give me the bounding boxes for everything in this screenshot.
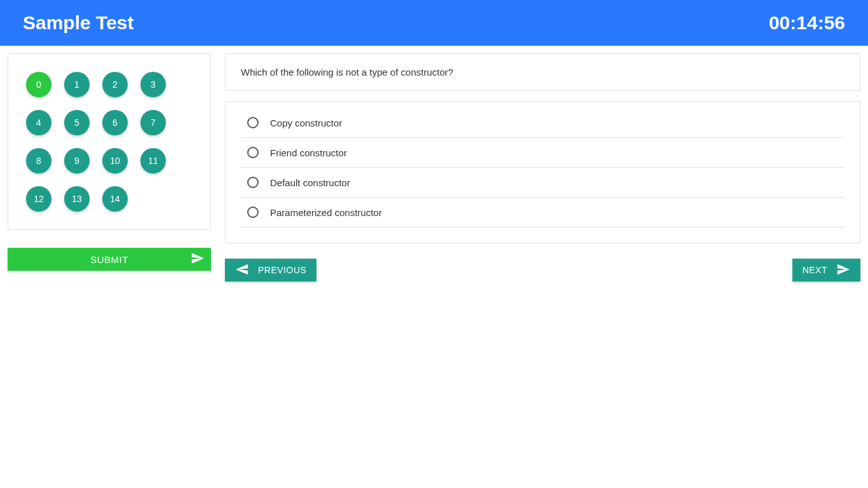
send-left-icon	[235, 262, 249, 278]
send-icon	[191, 252, 205, 268]
previous-button-label: PREVIOUS	[258, 265, 306, 275]
sidebar: 01234567891011121314 SUBMIT	[8, 53, 211, 281]
previous-button[interactable]: PREVIOUS	[225, 259, 316, 281]
question-card: Which of the following is not a type of …	[225, 53, 860, 91]
question-nav-9[interactable]: 9	[64, 148, 90, 173]
radio-unchecked-icon	[247, 207, 259, 218]
question-nav-6[interactable]: 6	[102, 110, 128, 135]
option-row[interactable]: Parameterized constructor	[241, 198, 844, 227]
main-panel: Which of the following is not a type of …	[225, 53, 860, 281]
radio-unchecked-icon	[247, 177, 259, 188]
question-text: Which of the following is not a type of …	[241, 67, 844, 78]
page-title: Sample Test	[23, 12, 134, 34]
question-nav-2[interactable]: 2	[102, 72, 128, 97]
question-nav-card: 01234567891011121314	[8, 53, 211, 230]
question-nav-13[interactable]: 13	[64, 186, 90, 212]
option-label: Parameterized constructor	[270, 207, 382, 218]
question-nav-12[interactable]: 12	[26, 186, 51, 212]
question-nav-0[interactable]: 0	[26, 72, 51, 97]
next-button-label: NEXT	[803, 265, 827, 275]
nav-buttons: PREVIOUS NEXT	[225, 259, 860, 281]
countdown-timer: 00:14:56	[769, 12, 845, 34]
question-nav-1[interactable]: 1	[64, 72, 90, 97]
next-button[interactable]: NEXT	[792, 259, 860, 281]
question-nav-10[interactable]: 10	[102, 148, 128, 173]
app-header: Sample Test 00:14:56	[0, 0, 868, 46]
option-row[interactable]: Friend constructor	[241, 138, 844, 168]
question-nav-5[interactable]: 5	[64, 110, 90, 135]
option-label: Default constructor	[270, 177, 350, 188]
question-nav-4[interactable]: 4	[26, 110, 51, 135]
radio-unchecked-icon	[247, 147, 259, 158]
send-icon	[836, 262, 850, 278]
question-nav-grid: 01234567891011121314	[26, 72, 203, 212]
submit-button-label: SUBMIT	[90, 254, 128, 265]
option-label: Friend constructor	[270, 147, 347, 158]
option-label: Copy constructor	[270, 118, 342, 128]
option-row[interactable]: Default constructor	[241, 168, 844, 198]
options-card: Copy constructorFriend constructorDefaul…	[225, 101, 860, 243]
option-row[interactable]: Copy constructor	[241, 108, 844, 138]
radio-unchecked-icon	[247, 117, 259, 128]
question-nav-8[interactable]: 8	[26, 148, 51, 173]
question-nav-7[interactable]: 7	[140, 110, 166, 135]
question-nav-14[interactable]: 14	[102, 186, 128, 212]
question-nav-3[interactable]: 3	[140, 72, 166, 97]
content-area: 01234567891011121314 SUBMIT Which of the…	[0, 46, 868, 289]
question-nav-11[interactable]: 11	[140, 148, 166, 173]
submit-button[interactable]: SUBMIT	[8, 248, 211, 271]
